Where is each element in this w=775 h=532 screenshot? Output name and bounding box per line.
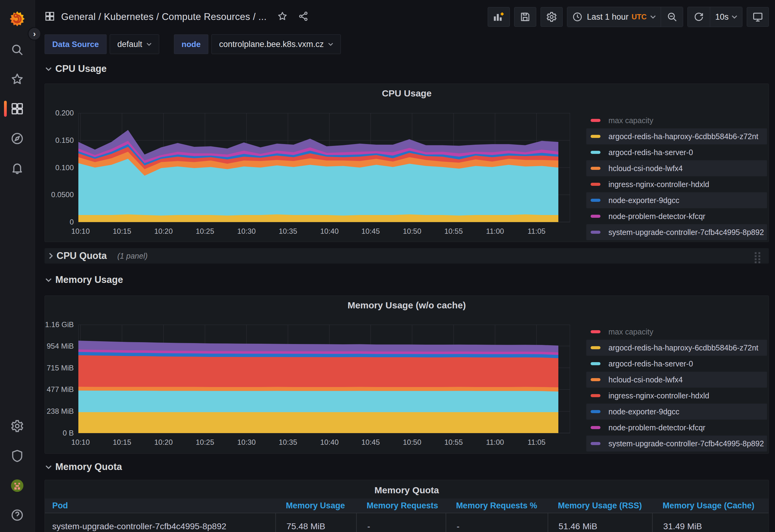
column-header[interactable]: Memory Usage (RSS) [548, 499, 652, 513]
datasource-variable-select[interactable]: default [110, 34, 159, 54]
legend-item[interactable]: ingress-nginx-controller-hdxld [586, 176, 767, 192]
table-header-row: PodMemory UsageMemory RequestsMemory Req… [45, 499, 769, 513]
legend-series-name[interactable]: node-problem-detector-kfcqr [609, 423, 705, 432]
table-cell: system-upgrade-controller-7cfb4c4995-8p8… [45, 513, 275, 532]
dashboard-settings-button[interactable] [541, 7, 563, 27]
refresh-button[interactable] [688, 7, 710, 27]
section-memory-usage[interactable]: Memory Usage [45, 274, 123, 285]
star-dashboard-icon[interactable] [277, 11, 288, 23]
legend-item[interactable]: node-problem-detector-kfcqr [586, 208, 767, 224]
refresh-interval-label: 10s [715, 12, 729, 22]
column-header[interactable]: Memory Requests % [446, 499, 548, 513]
legend-item[interactable]: max capacity [586, 324, 767, 340]
legend-series-name[interactable]: ingress-nginx-controller-hdxld [609, 180, 709, 189]
share-dashboard-icon[interactable] [298, 11, 308, 23]
legend-item[interactable]: argocd-redis-ha-server-0 [586, 144, 767, 160]
legend-item[interactable]: hcloud-csi-node-lwfx4 [586, 160, 767, 176]
timezone-label: UTC [632, 13, 647, 21]
legend-series-name[interactable]: max capacity [609, 116, 653, 125]
search-icon[interactable] [10, 43, 24, 57]
dashboards-icon[interactable] [10, 102, 24, 115]
refresh-controls: 10s [687, 7, 742, 27]
cpu-usage-legend: max capacityargocd-redis-ha-haproxy-6cdb… [586, 112, 767, 240]
memory-quota-table: PodMemory UsageMemory RequestsMemory Req… [45, 499, 769, 532]
panel-count: (1 panel) [117, 252, 148, 260]
legend-series-name[interactable]: node-exporter-9dgcc [609, 407, 679, 416]
cycle-view-mode-button[interactable] [747, 7, 769, 27]
table-cell: 75.48 MiB [275, 513, 356, 532]
panel-title[interactable]: Memory Quota [45, 485, 769, 495]
add-panel-button[interactable] [488, 7, 510, 27]
legend-series-name[interactable]: ingress-nginx-controller-hdxld [609, 391, 709, 400]
legend-color-swatch [591, 215, 601, 218]
legend-series-name[interactable]: hcloud-csi-node-lwfx4 [609, 164, 683, 173]
memory-usage-legend: max capacityargocd-redis-ha-haproxy-6cdb… [586, 324, 767, 452]
legend-series-name[interactable]: system-upgrade-controller-7cfb4c4995-8p8… [609, 439, 764, 448]
legend-series-name[interactable]: node-problem-detector-kfcqr [609, 212, 705, 221]
legend-series-name[interactable]: max capacity [609, 327, 653, 336]
column-header[interactable]: Memory Usage (Cache) [652, 499, 769, 513]
legend-item[interactable]: argocd-redis-ha-haproxy-6cdbb584b6-z72nt [586, 340, 767, 356]
memory-quota-panel: Memory Quota PodMemory UsageMemory Reque… [45, 480, 769, 532]
legend-item[interactable]: system-upgrade-controller-7cfb4c4995-8p8… [586, 224, 767, 240]
legend-item[interactable]: node-exporter-9dgcc [586, 404, 767, 420]
legend-series-name[interactable]: argocd-redis-ha-server-0 [609, 359, 693, 368]
column-header[interactable]: Memory Requests [356, 499, 446, 513]
user-avatar[interactable] [10, 479, 24, 492]
datasource-variable-label: Data Source [45, 34, 107, 54]
legend-item[interactable]: max capacity [586, 112, 767, 128]
legend-item[interactable]: hcloud-csi-node-lwfx4 [586, 372, 767, 388]
expand-sidebar-button[interactable]: › [28, 27, 41, 41]
panel-title[interactable]: Memory Usage (w/o cache) [45, 300, 769, 311]
legend-color-swatch [591, 378, 601, 381]
grafana-logo-icon[interactable] [8, 10, 26, 29]
time-controls: Last 1 hour UTC [567, 7, 683, 27]
section-cpu-usage[interactable]: CPU Usage [45, 63, 107, 74]
legend-series-name[interactable]: argocd-redis-ha-haproxy-6cdbb584b6-z72nt [609, 343, 758, 352]
help-icon[interactable] [10, 508, 24, 522]
legend-series-name[interactable]: hcloud-csi-node-lwfx4 [609, 375, 683, 384]
legend-item[interactable]: node-exporter-9dgcc [586, 192, 767, 208]
breadcrumb[interactable]: General / Kubernetes / Compute Resources… [61, 11, 267, 22]
section-memory-quota[interactable]: Memory Quota [45, 461, 122, 472]
node-variable-select[interactable]: controlplane.bee.k8s.vxm.cz [211, 34, 341, 54]
table-cell: - [356, 513, 446, 532]
legend-series-name[interactable]: node-exporter-9dgcc [609, 196, 679, 205]
drag-handle-icon[interactable] [754, 252, 762, 260]
chevron-right-icon [49, 253, 53, 259]
legend-item[interactable]: argocd-redis-ha-haproxy-6cdbb584b6-z72nt [586, 128, 767, 144]
legend-color-swatch [591, 199, 601, 202]
legend-item[interactable]: argocd-redis-ha-server-0 [586, 356, 767, 372]
panel-title[interactable]: CPU Usage [45, 88, 769, 99]
time-range-picker[interactable]: Last 1 hour UTC [567, 7, 661, 27]
grafana-dashboard: › General / Kubernetes / Compute Resourc… [0, 0, 775, 532]
column-header[interactable]: Pod [45, 499, 275, 513]
refresh-interval-picker[interactable]: 10s [710, 7, 742, 27]
configuration-gear-icon[interactable] [10, 419, 24, 433]
starred-icon[interactable] [10, 72, 24, 86]
column-header[interactable]: Memory Usage [275, 499, 356, 513]
legend-item[interactable]: ingress-nginx-controller-hdxld [586, 388, 767, 404]
explore-compass-icon[interactable] [10, 132, 24, 145]
legend-color-swatch [591, 426, 601, 429]
legend-color-swatch [591, 362, 601, 365]
legend-item[interactable]: node-problem-detector-kfcqr [586, 420, 767, 436]
legend-color-swatch [591, 330, 601, 333]
legend-series-name[interactable]: argocd-redis-ha-server-0 [609, 148, 693, 157]
legend-color-swatch [591, 442, 601, 445]
legend-series-name[interactable]: argocd-redis-ha-haproxy-6cdbb584b6-z72nt [609, 132, 758, 141]
section-cpu-quota[interactable]: CPU Quota (1 panel) [45, 248, 769, 264]
alerting-bell-icon[interactable] [10, 161, 24, 175]
dashboard-grid-icon [45, 11, 55, 23]
active-section-indicator [4, 101, 7, 117]
chevron-down-icon [732, 15, 737, 19]
table-cell: 31.49 MiB [652, 513, 769, 532]
legend-item[interactable]: system-upgrade-controller-7cfb4c4995-8p8… [586, 436, 767, 452]
time-range-label: Last 1 hour [587, 12, 628, 22]
save-dashboard-button[interactable] [514, 7, 536, 27]
zoom-out-time-button[interactable] [661, 7, 683, 27]
legend-series-name[interactable]: system-upgrade-controller-7cfb4c4995-8p8… [609, 228, 764, 237]
server-admin-shield-icon[interactable] [10, 449, 24, 463]
legend-color-swatch [591, 346, 601, 349]
legend-color-swatch [591, 394, 601, 397]
